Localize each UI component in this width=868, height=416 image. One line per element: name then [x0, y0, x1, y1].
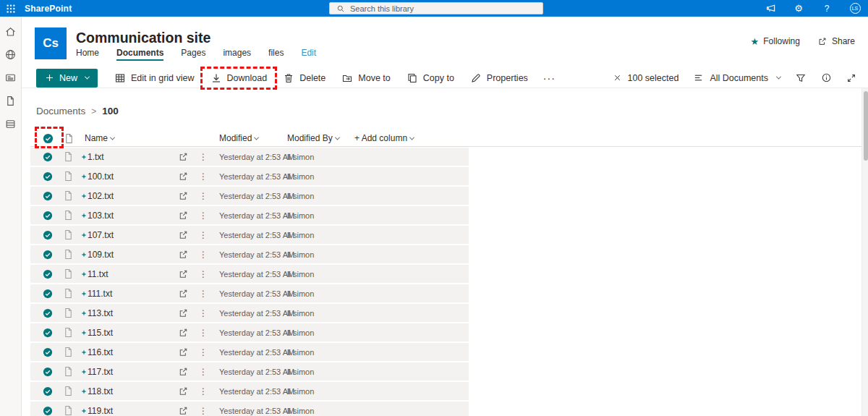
- sharepoint-brand-label[interactable]: SharePoint: [25, 4, 72, 14]
- expand-fullscreen-icon[interactable]: [846, 73, 856, 83]
- row-selected-checkbox[interactable]: [43, 304, 53, 322]
- file-name-link[interactable]: 119.txt: [88, 402, 113, 416]
- table-row[interactable]: 113.txt ⋮ Yesterday at 2:53 AM li simon: [30, 304, 469, 322]
- following-button[interactable]: ★ Following: [751, 36, 800, 46]
- row-selected-checkbox[interactable]: [43, 402, 53, 416]
- row-share-icon[interactable]: [178, 265, 189, 283]
- file-name-link[interactable]: 102.txt: [88, 187, 114, 205]
- row-more-actions-icon[interactable]: ⋮: [199, 167, 208, 185]
- row-share-icon[interactable]: [178, 323, 189, 341]
- column-header-name[interactable]: Name: [85, 130, 114, 147]
- row-more-actions-icon[interactable]: ⋮: [199, 226, 208, 244]
- news-icon[interactable]: [4, 72, 17, 84]
- row-share-icon[interactable]: [178, 167, 189, 185]
- table-row[interactable]: 109.txt ⋮ Yesterday at 2:53 AM li simon: [30, 245, 469, 263]
- vertical-scrollbar[interactable]: [861, 88, 868, 416]
- row-share-icon[interactable]: [178, 148, 189, 166]
- row-more-actions-icon[interactable]: ⋮: [199, 304, 208, 322]
- nav-home[interactable]: Home: [76, 48, 99, 58]
- row-selected-checkbox[interactable]: [43, 362, 53, 381]
- file-name-link[interactable]: 1.txt: [88, 148, 104, 166]
- row-more-actions-icon[interactable]: ⋮: [199, 402, 208, 416]
- document-icon[interactable]: [4, 95, 17, 107]
- site-logo[interactable]: Cs: [35, 27, 67, 59]
- edit-in-grid-view-button[interactable]: Edit in grid view: [106, 68, 203, 88]
- file-name-link[interactable]: 115.txt: [88, 323, 113, 341]
- row-share-icon[interactable]: [178, 343, 189, 361]
- row-share-icon[interactable]: [178, 206, 189, 224]
- table-row[interactable]: 103.txt ⋮ Yesterday at 2:53 AM li simon: [30, 206, 469, 224]
- file-name-link[interactable]: 11.txt: [88, 265, 108, 283]
- file-name-link[interactable]: 109.txt: [88, 245, 114, 263]
- row-share-icon[interactable]: [178, 226, 189, 244]
- row-more-actions-icon[interactable]: ⋮: [199, 343, 208, 361]
- table-row[interactable]: 116.txt ⋮ Yesterday at 2:53 AM li simon: [30, 343, 469, 361]
- row-share-icon[interactable]: [178, 304, 189, 322]
- row-more-actions-icon[interactable]: ⋮: [199, 323, 208, 341]
- row-more-actions-icon[interactable]: ⋮: [199, 265, 208, 283]
- filter-funnel-icon[interactable]: [795, 72, 807, 84]
- list-icon[interactable]: [4, 118, 17, 130]
- table-row[interactable]: 1.txt ⋮ Yesterday at 2:53 AM li simon: [30, 148, 469, 166]
- add-column-button[interactable]: + Add column: [354, 130, 414, 147]
- nav-images[interactable]: images: [223, 48, 251, 58]
- row-share-icon[interactable]: [178, 187, 189, 205]
- row-selected-checkbox[interactable]: [43, 343, 53, 361]
- file-name-link[interactable]: 100.txt: [88, 167, 114, 185]
- overflow-menu-button[interactable]: ···: [536, 72, 563, 84]
- row-more-actions-icon[interactable]: ⋮: [199, 245, 208, 263]
- nav-documents[interactable]: Documents: [116, 48, 163, 58]
- column-header-modified[interactable]: Modified: [219, 130, 258, 147]
- row-share-icon[interactable]: [178, 284, 189, 302]
- row-selected-checkbox[interactable]: [43, 206, 53, 224]
- clear-selection-button[interactable]: 100 selected: [613, 73, 679, 83]
- column-header-modified-by[interactable]: Modified By: [287, 130, 339, 147]
- row-more-actions-icon[interactable]: ⋮: [199, 148, 208, 166]
- row-more-actions-icon[interactable]: ⋮: [199, 362, 208, 381]
- new-button[interactable]: New: [36, 69, 98, 88]
- table-row[interactable]: 102.txt ⋮ Yesterday at 2:53 AM li simon: [30, 187, 469, 205]
- row-selected-checkbox[interactable]: [43, 167, 53, 185]
- table-row[interactable]: 118.txt ⋮ Yesterday at 2:53 AM li simon: [30, 382, 469, 400]
- row-selected-checkbox[interactable]: [43, 382, 53, 400]
- nav-pages[interactable]: Pages: [181, 48, 205, 58]
- home-icon[interactable]: [4, 25, 17, 38]
- breadcrumb-documents[interactable]: Documents: [36, 106, 85, 116]
- row-more-actions-icon[interactable]: ⋮: [199, 187, 208, 205]
- table-row[interactable]: 115.txt ⋮ Yesterday at 2:53 AM li simon: [30, 323, 469, 341]
- file-name-link[interactable]: 113.txt: [88, 304, 113, 322]
- view-selector-dropdown[interactable]: All Documents: [693, 72, 780, 83]
- help-icon[interactable]: ?: [821, 3, 833, 14]
- row-more-actions-icon[interactable]: ⋮: [199, 206, 208, 224]
- file-name-link[interactable]: 107.txt: [88, 226, 114, 244]
- table-row[interactable]: 100.txt ⋮ Yesterday at 2:53 AM li simon: [30, 167, 469, 185]
- row-more-actions-icon[interactable]: ⋮: [199, 382, 208, 400]
- copy-to-button[interactable]: Copy to: [399, 68, 462, 88]
- select-all-checkbox[interactable]: [43, 130, 54, 147]
- row-selected-checkbox[interactable]: [43, 284, 53, 302]
- megaphone-icon[interactable]: [765, 3, 776, 14]
- table-row[interactable]: 111.txt ⋮ Yesterday at 2:53 AM li simon: [30, 284, 469, 302]
- table-row[interactable]: 11.txt ⋮ Yesterday at 2:53 AM li simon: [30, 265, 469, 283]
- row-share-icon[interactable]: [178, 362, 189, 381]
- row-share-icon[interactable]: [178, 245, 189, 263]
- properties-button[interactable]: Properties: [462, 68, 536, 88]
- row-share-icon[interactable]: [178, 382, 189, 400]
- move-to-button[interactable]: Move to: [333, 68, 398, 88]
- file-name-link[interactable]: 111.txt: [88, 284, 112, 302]
- row-selected-checkbox[interactable]: [43, 323, 53, 341]
- file-name-link[interactable]: 103.txt: [88, 206, 114, 224]
- share-button[interactable]: Share: [817, 36, 855, 46]
- download-button[interactable]: Download: [203, 68, 276, 88]
- file-name-link[interactable]: 116.txt: [88, 343, 113, 361]
- scrollbar-thumb[interactable]: [864, 91, 868, 161]
- settings-gear-icon[interactable]: ⚙: [793, 3, 804, 14]
- file-name-link[interactable]: 118.txt: [88, 382, 113, 400]
- table-row[interactable]: 119.txt ⋮ Yesterday at 2:53 AM li simon: [30, 402, 469, 416]
- file-name-link[interactable]: 117.txt: [88, 362, 113, 381]
- table-row[interactable]: 117.txt ⋮ Yesterday at 2:53 AM li simon: [30, 362, 469, 381]
- row-more-actions-icon[interactable]: ⋮: [199, 284, 208, 302]
- table-row[interactable]: 107.txt ⋮ Yesterday at 2:53 AM li simon: [30, 226, 469, 244]
- nav-edit[interactable]: Edit: [301, 48, 316, 58]
- search-input[interactable]: Search this library: [329, 2, 543, 14]
